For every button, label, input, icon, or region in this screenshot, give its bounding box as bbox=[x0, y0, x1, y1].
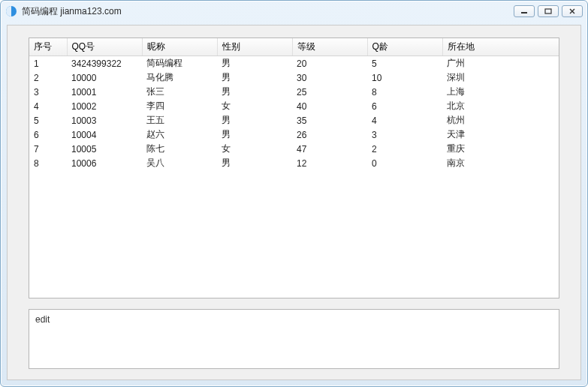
table-row[interactable]: 510003王五男354杭州 bbox=[29, 113, 559, 128]
table-cell[interactable]: 男 bbox=[217, 56, 292, 71]
table-cell[interactable]: 10 bbox=[367, 70, 442, 85]
table-cell[interactable]: 8 bbox=[29, 156, 67, 170]
table-cell[interactable]: 深圳 bbox=[442, 70, 559, 85]
table-cell[interactable]: 4 bbox=[367, 113, 442, 128]
table-cell[interactable]: 6 bbox=[29, 128, 67, 142]
table-cell[interactable]: 女 bbox=[217, 142, 292, 156]
table-cell[interactable]: 马化腾 bbox=[142, 70, 217, 85]
table-cell[interactable]: 10001 bbox=[67, 85, 142, 99]
table-cell[interactable]: 0 bbox=[367, 156, 442, 170]
table-cell[interactable]: 10004 bbox=[67, 128, 142, 142]
table-row[interactable]: 710005陈七女472重庆 bbox=[29, 142, 559, 156]
table-row[interactable]: 210000马化腾男3010深圳 bbox=[29, 70, 559, 85]
column-header[interactable]: QQ号 bbox=[67, 38, 142, 56]
table-cell[interactable]: 6 bbox=[367, 99, 442, 113]
table-cell[interactable]: 广州 bbox=[442, 56, 559, 71]
table-cell[interactable]: 3 bbox=[367, 128, 442, 142]
table-cell[interactable]: 女 bbox=[217, 99, 292, 113]
table-cell[interactable]: 10006 bbox=[67, 156, 142, 170]
table-cell[interactable]: 7 bbox=[29, 142, 67, 156]
table-row[interactable]: 13424399322简码编程男205广州 bbox=[29, 56, 559, 71]
table-cell[interactable]: 5 bbox=[367, 56, 442, 71]
close-button[interactable] bbox=[562, 5, 583, 17]
table-cell[interactable]: 5 bbox=[29, 113, 67, 128]
table-cell[interactable]: 30 bbox=[292, 70, 367, 85]
table-cell[interactable]: 南京 bbox=[442, 156, 559, 170]
svg-rect-2 bbox=[545, 9, 551, 14]
table-cell[interactable]: 8 bbox=[367, 85, 442, 99]
table-cell[interactable]: 陈七 bbox=[142, 142, 217, 156]
table-cell[interactable]: 40 bbox=[292, 99, 367, 113]
minimize-button[interactable] bbox=[514, 5, 535, 17]
table-cell[interactable]: 王五 bbox=[142, 113, 217, 128]
table-cell[interactable]: 26 bbox=[292, 128, 367, 142]
table-cell[interactable]: 4 bbox=[29, 99, 67, 113]
table-cell[interactable]: 2 bbox=[367, 142, 442, 156]
svg-rect-1 bbox=[521, 12, 527, 14]
edit-textarea[interactable] bbox=[29, 310, 559, 368]
table-cell[interactable]: 重庆 bbox=[442, 142, 559, 156]
client-area: 序号QQ号昵称性别等级Q龄所在地 13424399322简码编程男205广州21… bbox=[7, 25, 581, 380]
edit-container bbox=[29, 309, 559, 369]
column-header[interactable]: 序号 bbox=[29, 38, 67, 56]
table-cell[interactable]: 12 bbox=[292, 156, 367, 170]
table-cell[interactable]: 2 bbox=[29, 70, 67, 85]
table-cell[interactable]: 男 bbox=[217, 85, 292, 99]
column-header[interactable]: 昵称 bbox=[142, 38, 217, 56]
table-cell[interactable]: 男 bbox=[217, 156, 292, 170]
table-cell[interactable]: 赵六 bbox=[142, 128, 217, 142]
table-cell[interactable]: 男 bbox=[217, 128, 292, 142]
table-body[interactable]: 13424399322简码编程男205广州210000马化腾男3010深圳310… bbox=[29, 56, 559, 171]
app-window: 简码编程 jianma123.com 序号QQ号昵称性别等级Q龄所在地 1342… bbox=[0, 0, 588, 387]
data-table[interactable]: 序号QQ号昵称性别等级Q龄所在地 13424399322简码编程男205广州21… bbox=[29, 38, 559, 170]
table-cell[interactable]: 李四 bbox=[142, 99, 217, 113]
table-cell[interactable]: 张三 bbox=[142, 85, 217, 99]
window-controls bbox=[514, 5, 583, 17]
table-cell[interactable]: 10000 bbox=[67, 70, 142, 85]
table-cell[interactable]: 10005 bbox=[67, 142, 142, 156]
maximize-button[interactable] bbox=[538, 5, 559, 17]
column-header[interactable]: 等级 bbox=[292, 38, 367, 56]
column-header[interactable]: 性别 bbox=[217, 38, 292, 56]
table-cell[interactable]: 35 bbox=[292, 113, 367, 128]
table-cell[interactable]: 天津 bbox=[442, 128, 559, 142]
table-cell[interactable]: 简码编程 bbox=[142, 56, 217, 71]
table-cell[interactable]: 男 bbox=[217, 70, 292, 85]
table-cell[interactable]: 北京 bbox=[442, 99, 559, 113]
table-row[interactable]: 310001张三男258上海 bbox=[29, 85, 559, 99]
column-header[interactable]: 所在地 bbox=[442, 38, 559, 56]
table-cell[interactable]: 20 bbox=[292, 56, 367, 71]
data-table-container: 序号QQ号昵称性别等级Q龄所在地 13424399322简码编程男205广州21… bbox=[29, 38, 559, 298]
table-row[interactable]: 610004赵六男263天津 bbox=[29, 128, 559, 142]
window-title: 简码编程 jianma123.com bbox=[22, 5, 122, 18]
column-header[interactable]: Q龄 bbox=[367, 38, 442, 56]
table-cell[interactable]: 上海 bbox=[442, 85, 559, 99]
table-cell[interactable]: 吴八 bbox=[142, 156, 217, 170]
table-cell[interactable]: 3424399322 bbox=[67, 56, 142, 71]
app-icon bbox=[5, 5, 17, 17]
titlebar[interactable]: 简码编程 jianma123.com bbox=[1, 1, 587, 22]
table-cell[interactable]: 杭州 bbox=[442, 113, 559, 128]
table-header-row[interactable]: 序号QQ号昵称性别等级Q龄所在地 bbox=[29, 38, 559, 56]
table-row[interactable]: 410002李四女406北京 bbox=[29, 99, 559, 113]
table-cell[interactable]: 10003 bbox=[67, 113, 142, 128]
table-cell[interactable]: 男 bbox=[217, 113, 292, 128]
table-row[interactable]: 810006吴八男120南京 bbox=[29, 156, 559, 170]
table-cell[interactable]: 10002 bbox=[67, 99, 142, 113]
table-cell[interactable]: 1 bbox=[29, 56, 67, 71]
table-cell[interactable]: 3 bbox=[29, 85, 67, 99]
table-cell[interactable]: 47 bbox=[292, 142, 367, 156]
table-cell[interactable]: 25 bbox=[292, 85, 367, 99]
